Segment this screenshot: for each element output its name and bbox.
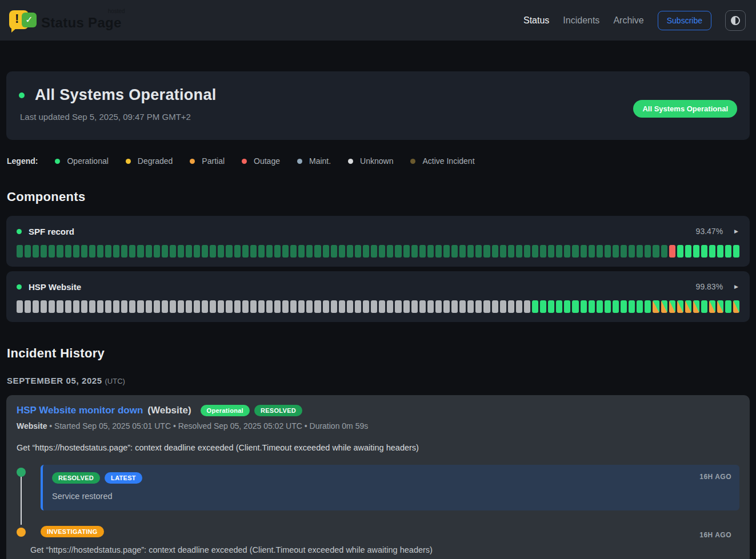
- outage-dot-icon: [242, 159, 247, 164]
- uptime-bar: [194, 245, 200, 258]
- brand-name: Status Page: [41, 15, 122, 30]
- uptime-bar: [314, 300, 321, 313]
- uptime-bar: [73, 300, 79, 313]
- uptime-bar: [258, 300, 265, 313]
- uptime-bar: [355, 300, 361, 313]
- incident-title-link[interactable]: HSP Website monitor down: [17, 405, 143, 416]
- uptime-bar: [653, 245, 659, 258]
- half-circle-contrast-icon: [731, 16, 740, 25]
- subscribe-button[interactable]: Subscribe: [658, 11, 711, 30]
- legend-item-maintenance: Maint.: [297, 156, 331, 166]
- legend-item-degraded: Degraded: [126, 156, 173, 166]
- update-message: Service restored: [52, 492, 730, 501]
- uptime-bar: [597, 245, 603, 258]
- resolved-dot-icon: [17, 468, 26, 477]
- uptime-bar: [572, 245, 578, 258]
- latest-update-box: RESOLVED LATEST 16H AGO Service restored: [41, 465, 739, 510]
- uptime-bar: [258, 245, 265, 258]
- overall-status-title: All Systems Operational: [35, 86, 217, 104]
- uptime-bar: [210, 245, 216, 258]
- uptime-bar: [170, 300, 176, 313]
- uptime-bar: [629, 245, 635, 258]
- uptime-bar: [154, 300, 160, 313]
- uptime-bar: [492, 300, 498, 313]
- uptime-percentage: 93.47%: [696, 227, 723, 236]
- uptime-bar: [371, 245, 377, 258]
- incident-timeline: RESOLVED LATEST 16H AGO Service restored…: [17, 465, 739, 554]
- uptime-bar: [419, 300, 426, 313]
- uptime-bar: [129, 300, 135, 313]
- brand-logo[interactable]: ! ✓ Status Page hosted: [8, 8, 122, 33]
- uptime-bar: [564, 245, 570, 258]
- uptime-bar: [717, 300, 723, 313]
- uptime-bar: [540, 245, 546, 258]
- uptime-bar: [57, 300, 63, 313]
- uptime-bar: [355, 245, 361, 258]
- uptime-bar: [677, 245, 683, 258]
- uptime-bar: [411, 245, 418, 258]
- uptime-bar: [65, 245, 71, 258]
- overall-status-banner: All Systems Operational Last updated Sep…: [6, 71, 750, 140]
- uptime-bar: [331, 300, 337, 313]
- header: ! ✓ Status Page hosted Status Incidents …: [0, 0, 756, 41]
- uptime-bar: [589, 245, 595, 258]
- uptime-bar: [274, 245, 281, 258]
- uptime-bar: [178, 245, 184, 258]
- nav-archive[interactable]: Archive: [613, 15, 643, 26]
- uptime-bar: [129, 245, 135, 258]
- main-nav: Status Incidents Archive Subscribe: [523, 10, 746, 31]
- uptime-bar: [146, 300, 152, 313]
- maintenance-dot-icon: [297, 159, 302, 164]
- theme-toggle-button[interactable]: [725, 10, 746, 31]
- uptime-bar: [411, 300, 418, 313]
- uptime-bar: [298, 300, 305, 313]
- uptime-bar: [250, 300, 257, 313]
- uptime-bar: [202, 245, 208, 258]
- investigating-badge: INVESTIGATING: [41, 526, 104, 537]
- uptime-bar: [589, 300, 595, 313]
- uptime-bar: [443, 300, 450, 313]
- expand-component-arrow-icon[interactable]: ▶: [733, 283, 739, 291]
- uptime-bar: [17, 300, 23, 313]
- uptime-bar: [435, 300, 442, 313]
- uptime-bar: [49, 300, 55, 313]
- uptime-bar: [146, 245, 152, 258]
- incident-history-heading: Incident History: [7, 346, 750, 361]
- uptime-bar: [121, 300, 127, 313]
- uptime-bar: [669, 300, 675, 313]
- nav-status[interactable]: Status: [523, 15, 549, 26]
- uptime-bar: [597, 300, 603, 313]
- nav-incidents[interactable]: Incidents: [563, 15, 599, 26]
- uptime-bar: [89, 245, 95, 258]
- uptime-bar: [669, 245, 675, 258]
- uptime-bars[interactable]: [17, 245, 739, 258]
- uptime-bar: [242, 300, 249, 313]
- uptime-bar: [467, 245, 474, 258]
- uptime-bar: [290, 245, 297, 258]
- uptime-bar: [459, 300, 466, 313]
- update-timestamp: 16H AGO: [699, 473, 731, 481]
- uptime-bar: [323, 245, 329, 258]
- uptime-bar: [314, 245, 321, 258]
- uptime-bar: [427, 300, 434, 313]
- partial-dot-icon: [190, 159, 195, 164]
- uptime-bar: [202, 300, 208, 313]
- uptime-bar: [733, 300, 739, 313]
- legend-item-outage: Outage: [242, 156, 280, 166]
- uptime-bar: [492, 245, 498, 258]
- uptime-bar: [121, 245, 127, 258]
- overall-status-badge: All Systems Operational: [633, 100, 737, 118]
- expand-component-arrow-icon[interactable]: ▶: [733, 227, 739, 235]
- uptime-bar: [186, 300, 192, 313]
- status-page-logo-icon: ! ✓: [8, 8, 35, 33]
- uptime-bar: [725, 245, 731, 258]
- utc-suffix: (UTC): [105, 377, 125, 385]
- uptime-bar: [556, 300, 562, 313]
- uptime-bar: [637, 245, 643, 258]
- uptime-bars[interactable]: [17, 300, 739, 313]
- uptime-bar: [621, 300, 627, 313]
- uptime-bar: [395, 300, 401, 313]
- uptime-bar: [33, 300, 39, 313]
- update-message: Get “https://hostedstatus.page”: context…: [30, 545, 739, 554]
- uptime-bar: [57, 245, 63, 258]
